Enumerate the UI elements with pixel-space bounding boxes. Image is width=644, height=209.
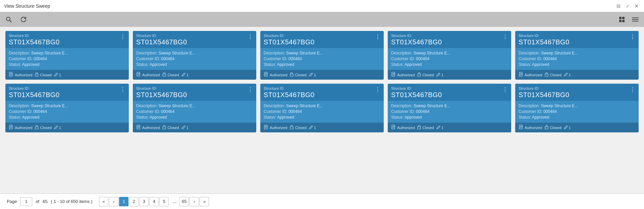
card-menu-button[interactable]: ⋮: [374, 34, 381, 40]
card-item[interactable]: Structure ID: ST01X5467BG0 ⋮ Description…: [5, 84, 129, 132]
authorized-badge: Authorized: [391, 72, 415, 78]
padlock-icon: [162, 72, 166, 77]
structure-id-value: ST01X5467BG0: [264, 38, 380, 46]
closed-label: Closed: [550, 126, 561, 130]
card-description: Description: Sweep Structure E...: [519, 51, 635, 55]
last-page-button[interactable]: »: [200, 197, 209, 206]
page-2-button[interactable]: 2: [129, 197, 139, 206]
card-menu-button[interactable]: ⋮: [119, 34, 126, 40]
card-item[interactable]: Structure ID: ST01X5467BG0 ⋮ Description…: [388, 84, 511, 132]
close-button[interactable]: ✕: [633, 3, 640, 9]
edit-icon: [564, 125, 568, 130]
svg-rect-4: [619, 20, 622, 22]
pencil-icon: [181, 72, 185, 77]
card-menu-button[interactable]: ⋮: [374, 86, 381, 93]
card-item[interactable]: Structure ID: ST01X5467BG0 ⋮ Description…: [515, 31, 639, 80]
closed-badge: Closed: [289, 125, 307, 130]
refresh-icon: [20, 16, 27, 23]
svg-rect-3: [622, 17, 625, 19]
authorized-label: Authorized: [397, 73, 415, 77]
card-item[interactable]: Structure ID: ST01X5467BG0 ⋮ Description…: [133, 84, 256, 132]
card-footer: Authorized Closed 1: [388, 123, 511, 132]
card-body: Description: Sweep Structure E... Custom…: [515, 48, 639, 70]
card-description: Description: Sweep Structure E...: [391, 103, 508, 108]
card-description: Description: Sweep Structure E...: [136, 51, 253, 55]
svg-rect-13: [35, 74, 38, 76]
structure-id-value: ST01X5467BG0: [391, 91, 508, 99]
closed-label: Closed: [423, 126, 434, 130]
menu-button[interactable]: [631, 15, 640, 24]
toolbar-left: [4, 15, 28, 24]
card-body: Description: Sweep Structure E... Custom…: [260, 48, 384, 70]
page-5-button[interactable]: 5: [159, 197, 169, 206]
card-body: Description: Sweep Structure E... Custom…: [388, 48, 511, 70]
of-label: of: [36, 199, 39, 204]
card-item[interactable]: Structure ID: ST01X5467BG0 ⋮ Description…: [388, 31, 511, 80]
card-count-value: 1: [59, 126, 61, 130]
last-page-num-button[interactable]: 65: [179, 197, 189, 206]
first-page-button[interactable]: «: [99, 197, 108, 206]
lock-icon: [544, 72, 549, 78]
page-4-button[interactable]: 4: [149, 197, 159, 206]
cards-grid: Structure ID: ST01X5467BG0 ⋮ Description…: [5, 31, 639, 132]
card-count: 1: [309, 72, 316, 77]
edit-icon: [54, 72, 58, 77]
card-menu-button[interactable]: ⋮: [629, 34, 636, 40]
document-icon: [264, 125, 268, 129]
closed-badge: Closed: [544, 72, 561, 78]
card-customer-id: Customer ID: 000464: [9, 109, 125, 114]
card-item[interactable]: Structure ID: ST01X5467BG0 ⋮ Description…: [133, 31, 256, 80]
card-menu-button[interactable]: ⋮: [502, 34, 508, 40]
pencil-icon: [54, 125, 58, 129]
minimize-button[interactable]: ⊟: [615, 3, 622, 9]
card-customer-id: Customer ID: 000464: [519, 109, 635, 114]
page-1-button[interactable]: 1: [119, 197, 128, 206]
card-menu-button[interactable]: ⋮: [247, 34, 254, 40]
authorized-icon: [9, 72, 13, 78]
lock-icon: [289, 125, 294, 130]
card-status: Status: Approved: [519, 115, 635, 120]
search-button[interactable]: [4, 15, 13, 24]
toolbar-right: [617, 15, 640, 24]
closed-label: Closed: [168, 126, 179, 130]
page-input[interactable]: [20, 197, 32, 206]
edit-icon: [564, 72, 568, 77]
next-page-button[interactable]: ›: [190, 197, 199, 206]
pencil-icon: [309, 125, 313, 129]
document-icon: [391, 72, 396, 77]
card-count: 1: [436, 125, 443, 130]
lock-icon: [289, 72, 294, 78]
card-item[interactable]: Structure ID: ST01X5467BG0 ⋮ Description…: [260, 31, 384, 80]
pencil-icon: [436, 125, 440, 129]
grid-view-button[interactable]: [617, 15, 627, 24]
authorized-icon: [519, 72, 523, 78]
card-item[interactable]: Structure ID: ST01X5467BG0 ⋮ Description…: [515, 84, 639, 132]
structure-id-label: Structure ID:: [136, 86, 253, 90]
lock-icon: [35, 125, 39, 130]
hamburger-icon: [632, 16, 639, 23]
card-menu-button[interactable]: ⋮: [502, 86, 508, 93]
edit-icon: [436, 72, 440, 77]
edit-icon: [181, 125, 185, 130]
card-menu-button[interactable]: ⋮: [119, 86, 126, 93]
card-customer-id: Customer ID: 000464: [391, 56, 508, 61]
card-item[interactable]: Structure ID: ST01X5467BG0 ⋮ Description…: [5, 31, 129, 80]
structure-id-value: ST01X5467BG0: [264, 91, 380, 99]
page-3-button[interactable]: 3: [139, 197, 149, 206]
svg-rect-53: [418, 127, 421, 129]
closed-badge: Closed: [162, 72, 179, 78]
refresh-button[interactable]: [19, 15, 28, 24]
card-body: Description: Sweep Structure E... Custom…: [515, 101, 639, 123]
card-item[interactable]: Structure ID: ST01X5467BG0 ⋮ Description…: [260, 84, 384, 132]
padlock-icon: [162, 125, 166, 129]
card-header: Structure ID: ST01X5467BG0 ⋮: [515, 31, 639, 48]
prev-page-button[interactable]: ‹: [109, 197, 118, 206]
card-header: Structure ID: ST01X5467BG0 ⋮: [515, 84, 639, 101]
card-customer-id: Customer ID: 000464: [9, 56, 125, 61]
closed-badge: Closed: [35, 72, 52, 78]
card-menu-button[interactable]: ⋮: [629, 86, 636, 93]
card-menu-button[interactable]: ⋮: [247, 86, 254, 93]
card-count-value: 1: [314, 126, 316, 130]
padlock-icon: [289, 125, 294, 129]
maximize-button[interactable]: ⤢: [625, 3, 631, 9]
